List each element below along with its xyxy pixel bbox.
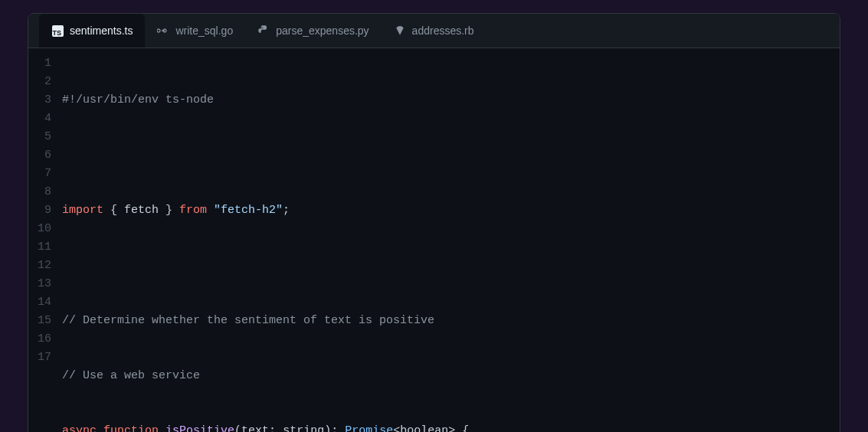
line-number: 2	[36, 73, 51, 91]
tabs-bar: TS sentiments.ts write_sql.go parse_expe…	[28, 14, 840, 48]
code-line: // Determine whether the sentiment of te…	[62, 312, 824, 330]
line-number: 15	[36, 312, 51, 330]
line-number: 9	[36, 201, 51, 220]
tab-sentiments-ts[interactable]: TS sentiments.ts	[39, 14, 145, 47]
code-line	[62, 146, 824, 165]
go-icon	[157, 25, 169, 37]
line-number: 3	[36, 91, 51, 110]
tab-parse-expenses-py[interactable]: parse_expenses.py	[245, 14, 381, 47]
line-number: 8	[36, 183, 51, 201]
code-area[interactable]: 1 2 3 4 5 6 7 8 9 10 11 12 13 14 15 16 1…	[28, 48, 840, 432]
line-number: 7	[36, 165, 51, 183]
line-number-gutter: 1 2 3 4 5 6 7 8 9 10 11 12 13 14 15 16 1…	[28, 54, 62, 432]
code-line: import { fetch } from "fetch-h2";	[62, 201, 824, 220]
tab-addresses-rb[interactable]: addresses.rb	[382, 14, 486, 47]
code-line: async function isPositive(text: string):…	[62, 422, 824, 432]
ts-icon: TS	[51, 25, 64, 37]
line-number: 12	[36, 257, 51, 275]
line-number: 1	[36, 54, 51, 73]
line-number: 11	[36, 238, 51, 257]
line-number: 14	[36, 293, 51, 312]
tab-label: addresses.rb	[412, 25, 474, 37]
tab-label: sentiments.ts	[70, 25, 133, 37]
tab-label: parse_expenses.py	[276, 25, 368, 37]
line-number: 5	[36, 128, 51, 146]
code-line	[62, 257, 824, 275]
line-number: 10	[36, 220, 51, 238]
code-editor-window: TS sentiments.ts write_sql.go parse_expe…	[28, 13, 840, 432]
line-number: 17	[36, 349, 51, 367]
tab-label: write_sql.go	[175, 25, 233, 37]
line-number: 16	[36, 330, 51, 349]
line-number: 6	[36, 146, 51, 165]
ruby-icon	[394, 25, 406, 37]
code-line: // Use a web service	[62, 367, 824, 385]
python-icon	[257, 25, 270, 37]
tab-write-sql-go[interactable]: write_sql.go	[145, 14, 245, 47]
line-number: 13	[36, 275, 51, 293]
code-line: #!/usr/bin/env ts-node	[62, 91, 824, 110]
code-content[interactable]: #!/usr/bin/env ts-node import { fetch } …	[62, 54, 840, 432]
line-number: 4	[36, 110, 51, 128]
